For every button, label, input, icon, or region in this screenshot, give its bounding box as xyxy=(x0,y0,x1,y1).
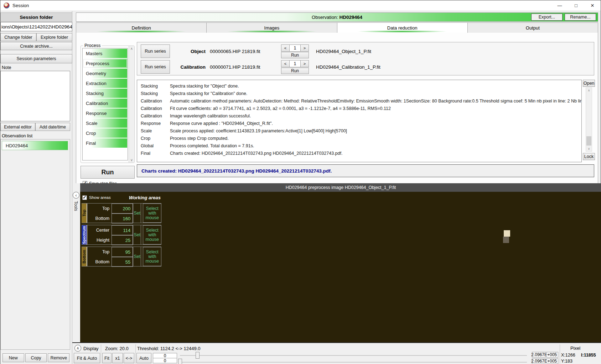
fit-and-auto-button[interactable]: Fit & Auto xyxy=(74,353,100,363)
export-button[interactable]: Export... xyxy=(531,14,563,21)
status-line: Charts created: HD029464_20221214T032743… xyxy=(137,164,594,177)
tab-images[interactable]: Images xyxy=(207,22,337,33)
process-step-crop[interactable]: Crop xyxy=(83,128,127,138)
process-step-geometry[interactable]: Geometry xyxy=(83,69,127,78)
new-observation-button[interactable]: New xyxy=(2,353,24,362)
prev-file-button[interactable]: < xyxy=(281,60,290,67)
process-step-preprocess[interactable]: Preprocess xyxy=(83,59,127,68)
set-button[interactable]: Set xyxy=(133,247,141,266)
copy-observation-button[interactable]: Copy xyxy=(25,353,47,362)
process-step-final[interactable]: Final xyxy=(83,138,127,148)
preprocess-image-view[interactable]: Show areas Working areas Top Top 200 Bot… xyxy=(80,192,601,342)
process-step-stacking[interactable]: Stacking xyxy=(83,89,127,98)
select-with-mouse-button[interactable]: Select with mouse xyxy=(143,225,161,244)
series-output-file: HD029464_Calibration_1_P.fit xyxy=(309,64,380,70)
area-top-value-field[interactable]: 95 xyxy=(112,247,133,257)
close-button[interactable]: ✕ xyxy=(584,0,601,11)
pan-button[interactable]: <-> xyxy=(124,353,134,363)
pixel-x-coordinate: X:1266 xyxy=(561,353,575,358)
session-parameters-button[interactable]: Session parameters xyxy=(0,54,72,63)
run-series-object-button[interactable]: Run series xyxy=(141,44,170,58)
observation-list-item[interactable]: HD029464 xyxy=(2,141,68,150)
tab-output[interactable]: Output xyxy=(468,22,598,33)
fit-button[interactable]: Fit xyxy=(102,353,112,363)
scroll-up-icon[interactable]: ∧ xyxy=(586,89,592,92)
run-calibration-button[interactable]: Run xyxy=(281,68,309,74)
threshold-low-slider-handle[interactable] xyxy=(178,359,182,364)
threshold-high-slider-handle[interactable] xyxy=(196,352,200,359)
threshold-low-spinner[interactable]: 0 xyxy=(153,358,177,363)
remove-observation-button[interactable]: Remove xyxy=(48,353,69,362)
process-step-scale[interactable]: Scale xyxy=(83,118,127,128)
process-list-scrollbar[interactable]: ∧ ∨ xyxy=(129,46,134,163)
area-center-value-field[interactable]: 114 xyxy=(112,225,133,235)
collapse-display-button[interactable]: ∧ xyxy=(74,345,81,352)
area-bottom-value-field[interactable]: 55 xyxy=(112,257,133,267)
area-tab-bottom[interactable]: Bottom xyxy=(82,247,87,266)
tab-strip: Definition Images Data reduction Output xyxy=(76,22,598,33)
rename-button[interactable]: Rename... xyxy=(565,14,596,21)
explore-folder-button[interactable]: Explore folder xyxy=(36,33,72,41)
log-message: Response curve applied : "HD029464_Objec… xyxy=(170,121,581,126)
next-file-button[interactable]: > xyxy=(300,60,309,67)
log-message: Spectra stacking for "Calibration" done. xyxy=(170,91,581,96)
scroll-down-icon[interactable]: ∨ xyxy=(130,158,133,162)
change-folder-button[interactable]: Change folder xyxy=(0,33,36,41)
process-step-response[interactable]: Response xyxy=(83,109,127,118)
process-step-extraction[interactable]: Extraction xyxy=(83,79,127,88)
area-tab-spectrum[interactable]: Spectrum xyxy=(82,225,87,244)
level-low-field[interactable]: 2.0967E+005 xyxy=(532,358,558,364)
area-tab-label: Spectrum xyxy=(82,226,86,244)
zoom-x1-button[interactable]: x1 xyxy=(112,353,123,363)
open-button[interactable]: Open xyxy=(583,80,595,87)
file-index-field[interactable]: 1 xyxy=(290,60,300,67)
add-datetime-button[interactable]: Add date/time xyxy=(35,123,70,131)
minimize-button[interactable]: — xyxy=(551,0,568,11)
select-with-mouse-button[interactable]: Select with mouse xyxy=(143,247,161,266)
window-title: Session xyxy=(12,3,29,8)
tab-images-label: Images xyxy=(264,25,280,31)
log-step: Response xyxy=(137,121,170,126)
tab-definition[interactable]: Definition xyxy=(76,22,207,33)
auto-threshold-button[interactable]: Auto xyxy=(136,353,151,363)
threshold-low-slider-track[interactable] xyxy=(180,362,527,363)
scrollbar-thumb[interactable] xyxy=(586,136,591,146)
process-step-masters[interactable]: Masters xyxy=(83,49,127,58)
pixel-intensity: I:11855 xyxy=(581,353,596,358)
display-toolbar: ∧ Display Fit & Auto Zoom: 20.0 Fit x1 <… xyxy=(72,342,601,364)
next-file-button[interactable]: > xyxy=(300,44,309,52)
process-group-label: Process xyxy=(83,43,102,48)
prev-file-button[interactable]: < xyxy=(281,44,290,52)
scroll-up-icon[interactable]: ∧ xyxy=(130,47,133,51)
session-path-field[interactable]: ions\Objects\12142022\HD029646 xyxy=(0,22,72,31)
note-textarea[interactable] xyxy=(0,71,70,121)
show-areas-checkbox[interactable] xyxy=(82,195,87,200)
area-tab-top[interactable]: Top xyxy=(82,204,87,223)
log-row: CalibrationAutomatic calibration method … xyxy=(137,97,581,105)
run-object-button[interactable]: Run xyxy=(281,52,309,58)
threshold-high-slider-track[interactable] xyxy=(180,355,527,356)
log-scrollbar[interactable]: ∧ ∨ xyxy=(586,88,592,152)
set-button[interactable]: Set xyxy=(133,204,141,223)
charts-created-message: Charts created: HD029464_20221214T032743… xyxy=(141,168,332,174)
process-group: Process Masters Preprocess Geometry Extr… xyxy=(81,46,135,163)
external-editor-button[interactable]: External editor xyxy=(0,123,35,131)
area-height-value-field[interactable]: 25 xyxy=(112,235,133,245)
create-archive-button[interactable]: Create archive... xyxy=(0,42,72,50)
area-top-value-field[interactable]: 200 xyxy=(112,204,133,213)
threshold-high-spinner[interactable]: 0 xyxy=(153,353,177,358)
collapse-tools-button[interactable]: ‹ xyxy=(73,192,79,199)
scroll-down-icon[interactable]: ∨ xyxy=(586,147,592,151)
tab-data-reduction[interactable]: Data reduction xyxy=(337,22,468,33)
process-step-calibration[interactable]: Calibration xyxy=(83,99,127,108)
file-index-field[interactable]: 1 xyxy=(290,44,300,52)
set-button[interactable]: Set xyxy=(133,225,141,244)
tools-strip: ‹ Tools xyxy=(72,183,80,342)
level-high-field[interactable]: 2.0967E+005 xyxy=(532,352,558,358)
lock-button[interactable]: Lock xyxy=(583,153,595,160)
run-series-calibration-button[interactable]: Run series xyxy=(141,60,170,74)
maximize-button[interactable]: □ xyxy=(568,0,584,11)
select-with-mouse-button[interactable]: Select with mouse xyxy=(143,204,161,223)
run-button[interactable]: Run xyxy=(81,166,135,179)
area-bottom-value-field[interactable]: 160 xyxy=(112,213,133,223)
